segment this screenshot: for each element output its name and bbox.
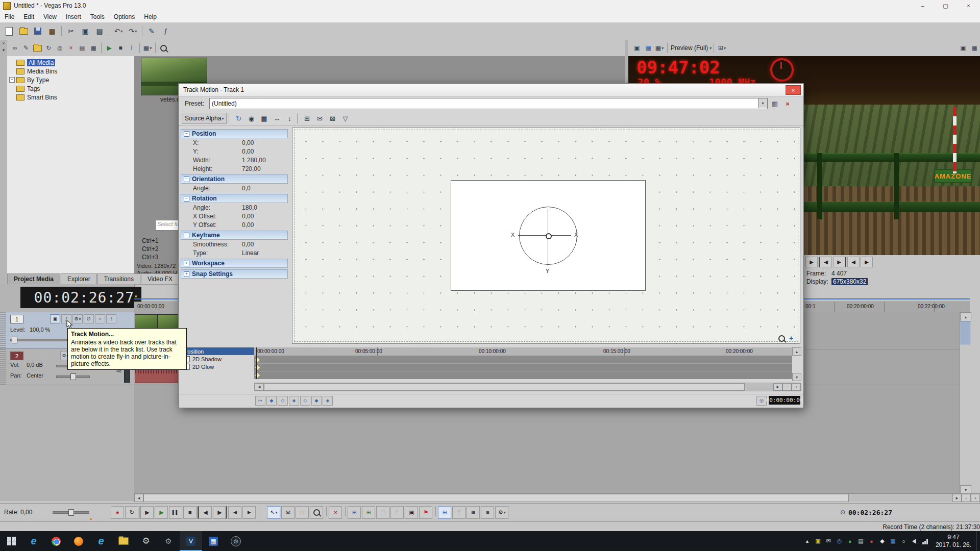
timeline-hscrollbar[interactable]: ◄ ► − + <box>134 493 980 502</box>
menu-file[interactable]: File <box>0 11 19 22</box>
prop-value[interactable]: 0,00 <box>242 148 254 155</box>
tree-item-media-bins[interactable]: Media Bins <box>7 67 134 76</box>
save-project-icon[interactable] <box>31 24 45 38</box>
scroll-up-icon[interactable]: ▴ <box>792 347 801 356</box>
copy-snapshot-icon[interactable]: ▣ <box>958 42 969 54</box>
whats-this-help-icon[interactable]: ƒ <box>159 24 173 38</box>
prop-row-width[interactable]: Width:1 280,00 <box>181 156 288 164</box>
maximize-button[interactable]: ▢ <box>934 0 957 11</box>
section-workspace[interactable]: +Workspace <box>181 259 288 268</box>
section-position[interactable]: −Position <box>181 129 288 138</box>
track-motion-button[interactable]: ▣ <box>50 314 60 323</box>
kf-hscrollbar[interactable]: ◄ ► − + <box>254 383 801 391</box>
keyframe-marker[interactable] <box>254 364 261 371</box>
motion-canvas[interactable]: X X Y + <box>292 128 800 344</box>
tray-icon-4[interactable]: ● <box>845 531 855 551</box>
go-to-start-button[interactable]: ◀ <box>198 506 212 519</box>
dialog-close-button[interactable]: × <box>786 85 801 95</box>
external-monitor-icon[interactable]: ▣ <box>631 42 643 54</box>
prop-row-smoothness[interactable]: Smoothness:0,00 <box>181 240 288 248</box>
taskbar-edge-icon[interactable]: e <box>22 531 45 551</box>
zoom-in-icon[interactable]: + <box>792 383 801 391</box>
show-desktop-button[interactable] <box>976 531 980 551</box>
menu-tools[interactable]: Tools <box>86 11 109 22</box>
prevent-scaling-icon[interactable]: ⊞ <box>301 113 312 124</box>
section-orientation[interactable]: −Orientation <box>181 174 288 184</box>
tray-icon-8[interactable]: ▦ <box>888 531 898 551</box>
prop-row-x[interactable]: X:0,00 <box>181 138 288 147</box>
kf-track-position[interactable]: Position <box>180 347 254 355</box>
delete-preset-icon[interactable]: × <box>782 98 793 109</box>
lock-envelopes-button[interactable]: ⚙▾ <box>495 506 508 519</box>
edit-tool-button[interactable]: ↖▾ <box>267 506 280 519</box>
scroll-up-icon[interactable]: ▴ <box>960 312 971 321</box>
play-button[interactable]: ▶ <box>155 506 168 519</box>
kf-vscrollbar[interactable]: ▴ ▾ <box>792 347 800 379</box>
close-button[interactable]: × <box>957 0 980 11</box>
fade-in-button[interactable]: ≣ <box>376 506 389 519</box>
scroll-right-icon[interactable]: ► <box>952 494 962 502</box>
cut-icon[interactable]: ✂ <box>64 24 78 38</box>
menu-help[interactable]: Help <box>139 11 161 22</box>
paint-events-icon[interactable]: ✎ <box>144 24 159 38</box>
timeline-vscrollbar[interactable]: ▴ ▾ <box>960 312 970 493</box>
ignore-grouping-button[interactable]: ≡ <box>481 506 494 519</box>
prevent-movement-y-icon[interactable]: ↕ <box>284 113 295 124</box>
preview-go-start-icon[interactable]: ◀ <box>819 257 832 267</box>
expander-icon[interactable]: + <box>9 77 15 83</box>
kf-type-slow-icon[interactable]: ◈ <box>289 396 299 406</box>
taskbar-settings-icon[interactable]: ⚙ <box>135 531 157 551</box>
link-icon[interactable]: ∞ <box>9 42 20 54</box>
preview-go-end-icon[interactable]: ▶ <box>833 257 846 267</box>
kf-type-hold-icon[interactable]: ◈ <box>323 396 333 406</box>
taskbar-vegas-icon[interactable]: V <box>180 531 202 551</box>
keyframe-marker[interactable] <box>254 357 261 363</box>
project-properties-icon[interactable]: ▦ <box>45 24 59 38</box>
sync-cursor-icon[interactable]: ↦ <box>255 396 265 406</box>
kf-track-2d-shadow[interactable]: 2D Shadow <box>180 355 254 363</box>
lock-event-button[interactable]: ▣ <box>405 506 418 519</box>
prop-value[interactable]: Linear <box>242 249 259 257</box>
kf-type-sharp-icon[interactable]: ◆ <box>311 396 322 406</box>
prop-value[interactable]: 0,00 <box>242 139 254 146</box>
kf-track-2d-glow[interactable]: 2D Glow <box>180 363 254 370</box>
preset-combobox[interactable]: (Untitled) ▾ <box>209 98 768 109</box>
prevent-movement-x-icon[interactable]: ↔ <box>271 113 282 124</box>
taskbar-obs-icon[interactable]: ◎ <box>225 531 247 551</box>
paste-icon[interactable]: ▤ <box>92 24 107 38</box>
expand-icon[interactable]: + <box>184 271 189 277</box>
overlays-icon[interactable]: ⊞▾ <box>716 42 727 54</box>
device-dropdown-icon[interactable]: ▦▾ <box>654 42 665 54</box>
pause-button[interactable]: ▌▌ <box>169 506 182 519</box>
start-button[interactable] <box>0 531 22 551</box>
scroll-left-icon[interactable]: ◄ <box>134 494 143 502</box>
prop-row-height[interactable]: Height:720,00 <box>181 164 288 173</box>
menu-insert[interactable]: Insert <box>61 11 86 22</box>
copy-icon[interactable]: ▣ <box>78 24 92 38</box>
loop-playback-button[interactable]: ↻ <box>125 506 138 519</box>
scroll-thumb[interactable] <box>961 321 970 344</box>
track-drag-grip[interactable] <box>0 349 6 385</box>
envelope-tool-button[interactable]: ✉ <box>281 506 295 519</box>
tab-explorer[interactable]: Explorer <box>61 273 97 284</box>
minimize-button[interactable]: – <box>911 0 934 11</box>
combo-dropdown-icon[interactable]: ▾ <box>758 98 767 108</box>
preview-next-frame-icon[interactable]: ▶ <box>861 257 873 267</box>
rate-slider[interactable] <box>53 511 89 514</box>
pan-fader[interactable] <box>56 375 90 378</box>
prop-value[interactable]: 0,00 <box>242 241 254 248</box>
start-preview-icon[interactable]: ▶ <box>104 42 115 54</box>
new-bin-icon[interactable] <box>32 42 43 54</box>
views-icon[interactable]: ▦▾ <box>142 42 153 54</box>
stop-preview-icon[interactable]: ■ <box>115 42 126 54</box>
tree-item-tags[interactable]: Tags <box>7 84 134 93</box>
save-snapshot-icon[interactable]: ▦ <box>969 42 980 54</box>
prop-value[interactable]: 0,0 <box>242 185 251 192</box>
taskbar-firefox-icon[interactable] <box>67 531 90 551</box>
tree-item-smart-bins[interactable]: Smart Bins <box>7 93 134 102</box>
prop-row-rotation-angle[interactable]: Angle:180,0 <box>181 203 288 212</box>
zoom-out-icon[interactable]: − <box>962 494 971 502</box>
tray-icon-1[interactable]: ▣ <box>813 531 823 551</box>
selection-tool-button[interactable]: □ <box>296 506 309 519</box>
tab-project-media[interactable]: Project Media <box>7 273 60 284</box>
